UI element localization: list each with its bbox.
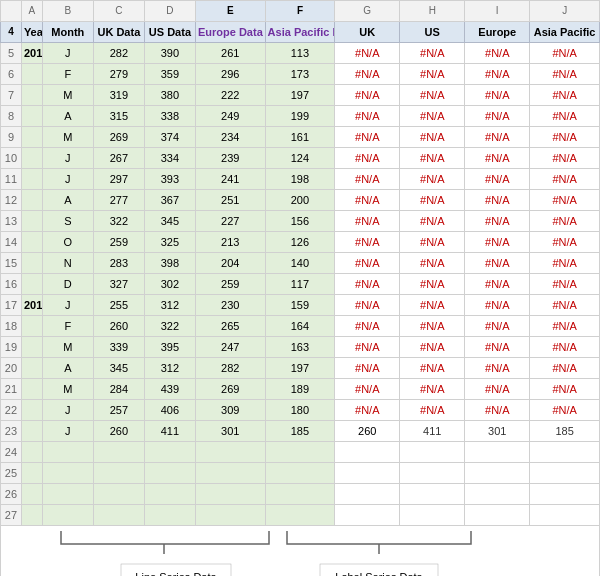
cell-us-21[interactable] [400,484,465,505]
cell-uk-data-4[interactable]: 269 [93,127,144,148]
cell-asia-pacific-data-20[interactable] [265,463,335,484]
cell-month-7[interactable]: A [42,190,93,211]
cell-year-3[interactable] [21,106,42,127]
col-e-header[interactable]: E [195,1,265,22]
cell-us-9[interactable]: #N/A [400,232,465,253]
cell-month-19[interactable] [42,442,93,463]
cell-uk-1[interactable]: #N/A [335,64,400,85]
cell-europe-10[interactable]: #N/A [465,253,530,274]
cell-us-data-15[interactable]: 312 [144,358,195,379]
cell-europe-data-5[interactable]: 239 [195,148,265,169]
cell-month-1[interactable]: F [42,64,93,85]
cell-uk-6[interactable]: #N/A [335,169,400,190]
cell-europe-data-2[interactable]: 222 [195,85,265,106]
cell-uk-data-11[interactable]: 327 [93,274,144,295]
cell-month-6[interactable]: J [42,169,93,190]
cell-us-data-8[interactable]: 345 [144,211,195,232]
cell-europe-20[interactable] [465,463,530,484]
cell-asia-pacific-9[interactable]: #N/A [530,232,600,253]
cell-asia-pacific-12[interactable]: #N/A [530,295,600,316]
cell-uk-7[interactable]: #N/A [335,190,400,211]
cell-europe-data-17[interactable]: 309 [195,400,265,421]
cell-us-4[interactable]: #N/A [400,127,465,148]
cell-asia-pacific-data-14[interactable]: 163 [265,337,335,358]
cell-us-0[interactable]: #N/A [400,43,465,64]
cell-asia-pacific-3[interactable]: #N/A [530,106,600,127]
cell-month-18[interactable]: J [42,421,93,442]
cell-uk-data-9[interactable]: 259 [93,232,144,253]
cell-europe-data-20[interactable] [195,463,265,484]
cell-month-21[interactable] [42,484,93,505]
cell-uk-0[interactable]: #N/A [335,43,400,64]
cell-us-17[interactable]: #N/A [400,400,465,421]
cell-us-12[interactable]: #N/A [400,295,465,316]
cell-europe-4[interactable]: #N/A [465,127,530,148]
cell-year-15[interactable] [21,358,42,379]
cell-us-data-14[interactable]: 395 [144,337,195,358]
cell-europe-data-13[interactable]: 265 [195,316,265,337]
cell-europe-8[interactable]: #N/A [465,211,530,232]
cell-europe-5[interactable]: #N/A [465,148,530,169]
cell-asia-pacific-11[interactable]: #N/A [530,274,600,295]
cell-uk-8[interactable]: #N/A [335,211,400,232]
cell-month-8[interactable]: S [42,211,93,232]
cell-uk-data-7[interactable]: 277 [93,190,144,211]
cell-uk-16[interactable]: #N/A [335,379,400,400]
cell-asia-pacific-data-9[interactable]: 126 [265,232,335,253]
cell-uk-11[interactable]: #N/A [335,274,400,295]
cell-asia-pacific-data-3[interactable]: 199 [265,106,335,127]
cell-europe-data-4[interactable]: 234 [195,127,265,148]
cell-uk-20[interactable] [335,463,400,484]
cell-asia-pacific-data-12[interactable]: 159 [265,295,335,316]
cell-year-17[interactable] [21,400,42,421]
cell-us-19[interactable] [400,442,465,463]
cell-uk-14[interactable]: #N/A [335,337,400,358]
cell-month-17[interactable]: J [42,400,93,421]
cell-europe-16[interactable]: #N/A [465,379,530,400]
cell-uk-12[interactable]: #N/A [335,295,400,316]
cell-uk-data-5[interactable]: 267 [93,148,144,169]
cell-europe-18[interactable]: 301 [465,421,530,442]
cell-month-10[interactable]: N [42,253,93,274]
cell-uk-13[interactable]: #N/A [335,316,400,337]
cell-month-14[interactable]: M [42,337,93,358]
cell-europe-data-3[interactable]: 249 [195,106,265,127]
cell-asia-pacific-data-11[interactable]: 117 [265,274,335,295]
cell-europe-21[interactable] [465,484,530,505]
cell-uk-data-17[interactable]: 257 [93,400,144,421]
cell-us-7[interactable]: #N/A [400,190,465,211]
cell-asia-pacific-20[interactable] [530,463,600,484]
cell-month-12[interactable]: J [42,295,93,316]
cell-us-15[interactable]: #N/A [400,358,465,379]
cell-europe-14[interactable]: #N/A [465,337,530,358]
cell-month-2[interactable]: M [42,85,93,106]
cell-year-11[interactable] [21,274,42,295]
cell-uk-data-22[interactable] [93,505,144,526]
cell-us-14[interactable]: #N/A [400,337,465,358]
cell-year-2[interactable] [21,85,42,106]
cell-us-11[interactable]: #N/A [400,274,465,295]
cell-uk-data-3[interactable]: 315 [93,106,144,127]
cell-uk-data-0[interactable]: 282 [93,43,144,64]
cell-asia-pacific-19[interactable] [530,442,600,463]
cell-year-22[interactable] [21,505,42,526]
cell-us-data-13[interactable]: 322 [144,316,195,337]
cell-month-0[interactable]: J [42,43,93,64]
cell-asia-pacific-data-7[interactable]: 200 [265,190,335,211]
cell-uk-9[interactable]: #N/A [335,232,400,253]
cell-asia-pacific-21[interactable] [530,484,600,505]
cell-uk-data-20[interactable] [93,463,144,484]
cell-europe-6[interactable]: #N/A [465,169,530,190]
cell-us-10[interactable]: #N/A [400,253,465,274]
col-h-header[interactable]: H [400,1,465,22]
cell-uk-17[interactable]: #N/A [335,400,400,421]
cell-us-data-3[interactable]: 338 [144,106,195,127]
cell-month-20[interactable] [42,463,93,484]
cell-europe-data-19[interactable] [195,442,265,463]
cell-year-12[interactable]: 2018 [21,295,42,316]
cell-europe-data-8[interactable]: 227 [195,211,265,232]
cell-us-3[interactable]: #N/A [400,106,465,127]
cell-uk-data-18[interactable]: 260 [93,421,144,442]
cell-asia-pacific-data-10[interactable]: 140 [265,253,335,274]
cell-asia-pacific-data-15[interactable]: 197 [265,358,335,379]
